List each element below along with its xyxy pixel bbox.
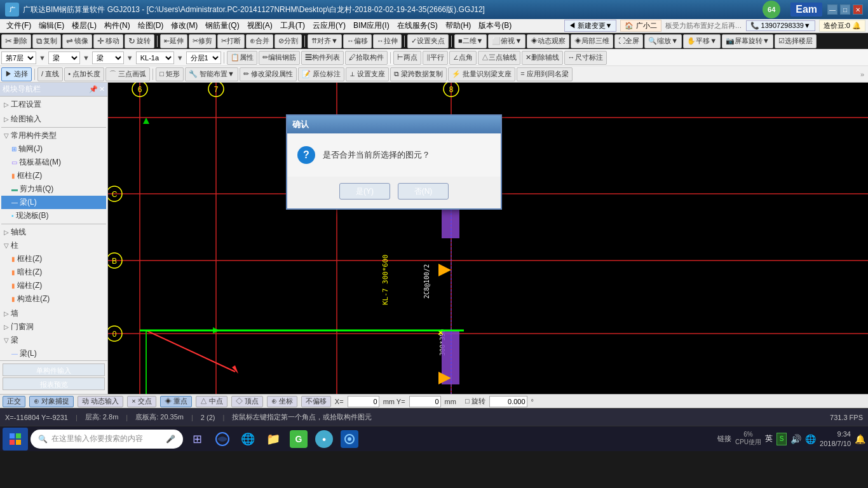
panel-pin[interactable]: 📌: [89, 85, 98, 93]
menu-tools[interactable]: 工具(T): [276, 19, 309, 32]
single-component-btn[interactable]: 单构件输入: [3, 363, 105, 376]
tb-line[interactable]: / 直线: [37, 67, 63, 81]
tree-liang[interactable]: ― 梁(L): [1, 347, 106, 360]
tree-az[interactable]: ▮ 暗柱(Z): [1, 266, 106, 279]
menu-edit[interactable]: 编辑(E): [35, 19, 68, 32]
tb-span-copy[interactable]: ⧉ 梁跨数据复制: [390, 67, 447, 81]
tb-batch-support[interactable]: ⚡ 批量识别梁支座: [448, 67, 515, 81]
layer-select[interactable]: 分层1: [186, 51, 221, 64]
floor-select[interactable]: 第7层: [1, 51, 36, 64]
canvas-area[interactable]: 6 7 8 C B 0 KL-7 300*600 KL-7 300*600 2C…: [108, 83, 868, 394]
menu-component[interactable]: 构件(N): [100, 19, 134, 32]
menu-bim[interactable]: BIM应用(I): [349, 19, 393, 32]
taskbar-clock[interactable]: 9:34 2018/7/10: [820, 430, 851, 448]
menu-floor[interactable]: 楼层(L): [68, 19, 100, 32]
section-col-header[interactable]: ▽ 柱: [1, 239, 106, 252]
tb-selectlayer[interactable]: ☑选择楼层: [775, 34, 817, 48]
x-input[interactable]: [348, 396, 379, 407]
tb-rotate[interactable]: ↻旋转: [125, 34, 154, 48]
section-project-header[interactable]: ▷ 工程设置: [1, 98, 106, 111]
close-button[interactable]: ✕: [853, 4, 863, 15]
tb-fullscreen[interactable]: ⛶全屏: [614, 34, 643, 48]
tb-component-list[interactable]: ☰构件列表: [301, 51, 344, 65]
menu-draw[interactable]: 绘图(D): [134, 19, 168, 32]
tb-modify-segment[interactable]: ✏ 修改梁段属性: [240, 67, 297, 81]
taskbar-notification[interactable]: 🔔: [855, 434, 865, 444]
tb-align[interactable]: ⇈对齐▼: [308, 34, 342, 48]
tb-set-support[interactable]: ⊥ 设置支座: [346, 67, 389, 81]
snap-center[interactable]: △ 中点: [196, 396, 227, 407]
maximize-button[interactable]: □: [840, 4, 850, 15]
tb-local3d[interactable]: ◈局部三维: [571, 34, 613, 48]
tb-dynamic[interactable]: ◈动态观察: [527, 34, 569, 48]
tb-twopoint[interactable]: ⊢两点: [393, 51, 421, 65]
start-button[interactable]: [3, 428, 28, 451]
section-beam-header[interactable]: ▽ 梁: [1, 334, 106, 347]
tb-screencap[interactable]: 📷屏幕旋转▼: [722, 34, 773, 48]
taskbar-search[interactable]: 🔍 在这里输入你要搜索的内容 🎤: [31, 430, 183, 449]
tb-3axis[interactable]: △三点轴线: [478, 51, 520, 65]
new-change-btn[interactable]: ◀ 新建变更▼: [564, 20, 617, 32]
广小二-btn[interactable]: 🏠 广小二: [620, 20, 661, 32]
menu-file[interactable]: 文件(F): [3, 19, 35, 32]
menu-help[interactable]: 帮助(H): [442, 19, 475, 32]
ime-indicator[interactable]: 英: [765, 433, 773, 444]
tree-axis[interactable]: ⊞ 轴网(J): [1, 142, 106, 156]
tb-extend[interactable]: ⇤延伸: [160, 34, 187, 48]
tree-gzz[interactable]: ▮ 构造柱(Z): [1, 292, 106, 306]
tb-stretch[interactable]: ↔拉伸: [373, 34, 402, 48]
tb-split[interactable]: ⊘分割: [275, 34, 302, 48]
snap-coord[interactable]: ⊕ 坐标: [267, 396, 297, 407]
snap-dynamic[interactable]: 动 动态输入: [78, 396, 123, 407]
menu-version[interactable]: 版本号(B): [475, 19, 515, 32]
taskbar-circle-icon[interactable]: ●: [313, 428, 336, 451]
tb-trim[interactable]: ✂修剪: [189, 34, 216, 48]
report-preview-btn[interactable]: 报表预览: [3, 377, 105, 390]
snap-intersection[interactable]: × 交点: [127, 396, 156, 407]
taskbar-explorer-icon[interactable]: 📁: [262, 428, 285, 451]
tb-move[interactable]: ✛移动: [93, 34, 123, 48]
tree-shearwall[interactable]: ▬ 剪力墙(Q): [1, 182, 106, 196]
component-select[interactable]: 梁: [92, 51, 124, 64]
snap-nooffset[interactable]: 不偏移: [301, 396, 331, 407]
tree-wall-header[interactable]: ▷ 墙: [1, 307, 106, 320]
snap-object[interactable]: ⊕ 对象捕捉: [29, 396, 74, 407]
tb-dimension[interactable]: ↔尺寸标注: [564, 51, 607, 65]
tb-pointlen[interactable]: • 点加长度: [64, 67, 104, 81]
taskbar-ie-icon[interactable]: 🌐: [236, 428, 259, 451]
menu-cloud[interactable]: 云应用(Y): [309, 19, 349, 32]
tb-break[interactable]: ✂打断: [217, 34, 245, 48]
tb-pan[interactable]: ✋平移▼: [683, 34, 721, 48]
taskbar-speaker-icon[interactable]: 🔊: [790, 434, 801, 444]
taskbar-edge-icon[interactable]: [211, 428, 234, 451]
snap-vertex[interactable]: ◇ 顶点: [231, 396, 263, 407]
tree-column[interactable]: ▮ 框柱(Z): [1, 169, 106, 182]
cost-btn[interactable]: 造价豆:0 🔔: [819, 20, 865, 32]
tb-property[interactable]: 📋属性: [227, 51, 257, 65]
tb-2d[interactable]: ■二维▼: [454, 34, 487, 48]
tb-3arc[interactable]: ⌒ 三点画弧: [105, 67, 150, 81]
kl-select[interactable]: KL-1a: [136, 51, 174, 64]
tb-zoom[interactable]: 🔍缩放▼: [644, 34, 682, 48]
phone-btn[interactable]: 📞 13907298339▼: [746, 20, 815, 31]
tb-smart[interactable]: 🔧 智能布置▼: [185, 67, 238, 81]
tb-offset[interactable]: ↔偏移: [343, 34, 372, 48]
section-draw-header[interactable]: ▷ 绘图输入: [1, 112, 106, 126]
type-select[interactable]: 梁: [48, 51, 80, 64]
snap-zhengzhao[interactable]: 正交: [3, 396, 25, 407]
snap-midpoint[interactable]: ◈ 重点: [160, 396, 192, 407]
tb-orig-label[interactable]: 📝 原位标注: [298, 67, 344, 81]
rotate-input[interactable]: [489, 396, 527, 407]
dialog-no-button[interactable]: 否(N): [398, 183, 449, 200]
tb-point-angle[interactable]: ∠点角: [449, 51, 477, 65]
tree-beam[interactable]: ― 梁(L): [1, 196, 106, 209]
dialog-yes-button[interactable]: 是(Y): [339, 183, 390, 200]
minimize-button[interactable]: —: [827, 4, 837, 15]
tb-merge[interactable]: ⊕合并: [246, 34, 273, 48]
menu-online[interactable]: 在线服务(S): [393, 19, 442, 32]
tb-edit-rebar[interactable]: ✏编辑钢筋: [259, 51, 300, 65]
taskbar-green-icon[interactable]: G: [287, 428, 310, 451]
tb-mirror[interactable]: ⇌镜像: [62, 34, 92, 48]
tb-pick-component[interactable]: 🖊拾取构件: [345, 51, 388, 65]
tree-slab[interactable]: ▪ 现浇板(B): [1, 209, 106, 222]
